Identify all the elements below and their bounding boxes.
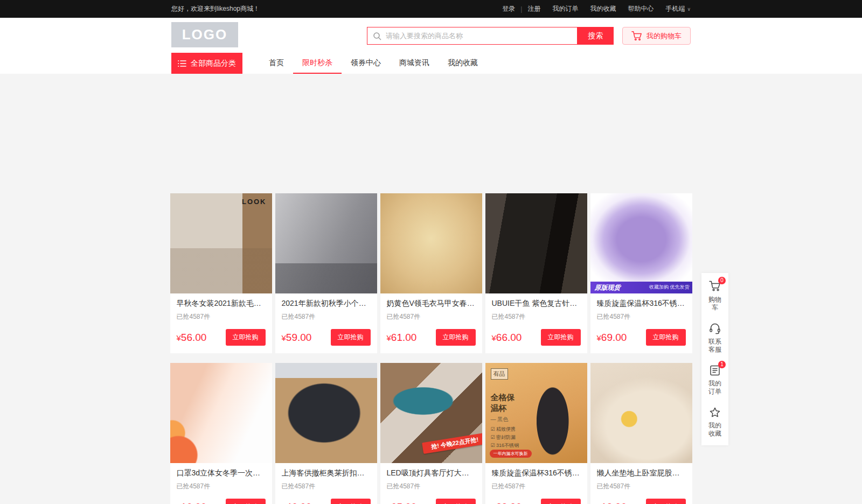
nav-item-home[interactable]: 首页 [260,53,293,74]
product-card[interactable]: 口罩3d立体女冬季一次性口罩 已抢4587件 ¥10.00 立即抢购 [170,363,272,504]
toolbar-my-orders[interactable]: 1 我的订单 [704,365,726,396]
product-sold-count: 已抢4587件 [597,312,686,321]
product-title: LED吸顶灯具客厅灯大灯主卧... [387,468,476,478]
product-sold-count: 已抢4587件 [177,482,266,491]
buy-now-button[interactable]: 立即抢购 [646,329,686,346]
buy-now-button[interactable]: 立即抢购 [436,329,476,346]
product-title: 懒人坐垫地上卧室屁股垫子办... [597,468,686,478]
product-card[interactable]: 懒人坐垫地上卧室屁股垫子办... 已抢4587件 ¥19.90 立即抢购 [590,363,692,504]
product-price: ¥61.00 [387,332,417,344]
product-price-value: 10.00 [181,501,207,504]
image-overlay-ribbon: 抢! 今晚22点开抢! [422,433,482,454]
search-input[interactable] [386,32,572,40]
my-cart-button[interactable]: 我的购物车 [622,27,691,45]
product-card[interactable]: 有品全格保温杯— 黑色☑ 精致便携 ☑ 密封防漏 ☑ 316不锈钢一年内漏水可换… [485,363,587,504]
all-categories-button[interactable]: 全部商品分类 [171,53,242,74]
welcome-text: 您好，欢迎来到likeshop商城！ [171,4,260,13]
cart-badge: 0 [718,277,726,284]
product-price-value: 46.00 [286,501,312,504]
product-sold-count: 已抢4587件 [492,482,581,491]
product-card[interactable]: 抢! 今晚22点开抢! LED吸顶灯具客厅灯大灯主卧... 已抢4587件 ¥6… [380,363,482,504]
cart-icon [631,31,642,41]
product-price: ¥66.00 [492,332,522,344]
logo[interactable]: LOGO [171,22,238,47]
product-sold-count: 已抢4587件 [282,482,371,491]
toolbar-customer-service[interactable]: 联系客服 [704,323,726,354]
order-icon: 1 [709,365,721,376]
chevron-down-icon: ∨ [687,6,691,12]
buy-now-button[interactable]: 立即抢购 [541,499,581,504]
register-link[interactable]: 注册 [527,4,540,13]
product-currency: ¥ [597,333,601,342]
product-grid: LOOK 早秋冬女装2021新款毛衣盐系... 已抢4587件 ¥56.00 立… [170,193,692,504]
buy-now-button[interactable]: 立即抢购 [436,499,476,504]
buy-now-button[interactable]: 立即抢购 [226,499,266,504]
toolbar-my-favorites[interactable]: 我的收藏 [704,407,726,438]
product-image [275,363,377,463]
product-price: ¥65.00 [387,501,417,504]
product-card[interactable]: 奶黄色V领毛衣马甲女春秋慵懒... 已抢4587件 ¥61.00 立即抢购 [380,193,482,353]
product-title: 早秋冬女装2021新款毛衣盐系... [177,299,266,309]
product-sold-count: 已抢4587件 [177,312,266,321]
toolbar-my-favorites-label: 我的收藏 [708,422,722,438]
product-currency: ¥ [387,333,391,342]
star-icon [709,407,721,418]
mobile-link[interactable]: 手机端 ∨ [665,4,691,13]
product-image [485,193,587,293]
toolbar-my-orders-label: 我的订单 [708,380,722,396]
cart-icon: 0 [709,281,721,292]
image-overlay-look: LOOK [242,198,267,206]
category-list-icon [178,60,186,67]
search-icon [373,32,381,40]
product-title: 口罩3d立体女冬季一次性口罩 [177,468,266,478]
product-image [170,363,272,463]
buy-now-button[interactable]: 立即抢购 [331,499,371,504]
login-link[interactable]: 登录 [502,4,515,13]
product-card[interactable]: UBUIE干鱼 紫色复古针织衫马... 已抢4587件 ¥66.00 立即抢购 [485,193,587,353]
product-sold-count: 已抢4587件 [387,312,476,321]
product-price: ¥56.00 [177,332,207,344]
toolbar-customer-service-label: 联系客服 [708,338,722,354]
product-price: ¥19.90 [597,501,627,504]
product-price: ¥29.90 [492,501,522,504]
main-content: LOOK 早秋冬女装2021新款毛衣盐系... 已抢4587件 ¥56.00 立… [0,74,862,504]
image-overlay-img-sub: — 黑色 [491,416,509,423]
image-overlay-bullets: ☑ 精致便携 ☑ 密封防漏 ☑ 316不锈钢 [491,425,519,450]
image-overlay-banner-sub: 收藏加购 优先发货 [649,284,690,291]
buy-now-button[interactable]: 立即抢购 [226,329,266,346]
product-title: 2021年新款初秋季小个子马甲... [282,299,371,309]
headset-icon [709,323,721,334]
product-card[interactable]: LOOK 早秋冬女装2021新款毛衣盐系... 已抢4587件 ¥56.00 立… [170,193,272,353]
buy-now-button[interactable]: 立即抢购 [646,499,686,504]
image-overlay-img-title: 全格保温杯 [491,392,519,414]
mobile-link-label: 手机端 [665,4,685,13]
topbar: 您好，欢迎来到likeshop商城！ 登录 | 注册 我的订单 我的收藏 帮助中… [0,0,862,18]
product-title: UBUIE干鱼 紫色复古针织衫马... [492,299,581,309]
product-price: ¥69.00 [597,332,627,344]
product-image: 抢! 今晚22点开抢! [380,363,482,463]
product-card[interactable]: 上海客供撤柜奥莱折扣店outlets 已抢4587件 ¥46.00 立即抢购 [275,363,377,504]
my-orders-link[interactable]: 我的订单 [552,4,578,13]
main-nav: 全部商品分类 首页 限时秒杀 领券中心 商城资讯 我的收藏 [171,53,691,74]
search-button[interactable]: 搜索 [578,27,614,45]
product-image [275,193,377,293]
product-currency: ¥ [177,333,181,342]
product-image: LOOK [170,193,272,293]
toolbar-cart[interactable]: 0 购物车 [704,281,726,312]
product-image: 原版现货收藏加购 优先发货 [590,193,692,293]
nav-item-flash-sale[interactable]: 限时秒杀 [293,53,342,74]
product-currency: ¥ [492,333,496,342]
product-card[interactable]: 原版现货收藏加购 优先发货 臻质旋盖保温杯316不锈钢内胆... 已抢4587件… [590,193,692,353]
nav-item-mall-news[interactable]: 商城资讯 [390,53,439,74]
product-image [590,363,692,463]
buy-now-button[interactable]: 立即抢购 [331,329,371,346]
nav-item-coupon-center[interactable]: 领券中心 [342,53,390,74]
product-title: 臻质旋盖保温杯316不锈钢内胆... [492,468,581,478]
help-center-link[interactable]: 帮助中心 [628,4,654,13]
product-card[interactable]: 2021年新款初秋季小个子马甲... 已抢4587件 ¥59.00 立即抢购 [275,193,377,353]
buy-now-button[interactable]: 立即抢购 [541,329,581,346]
my-favorites-link[interactable]: 我的收藏 [590,4,616,13]
topbar-links: 登录 | 注册 我的订单 我的收藏 帮助中心 手机端 ∨ [502,4,691,13]
nav-item-my-favorites[interactable]: 我的收藏 [439,53,487,74]
product-sold-count: 已抢4587件 [597,482,686,491]
